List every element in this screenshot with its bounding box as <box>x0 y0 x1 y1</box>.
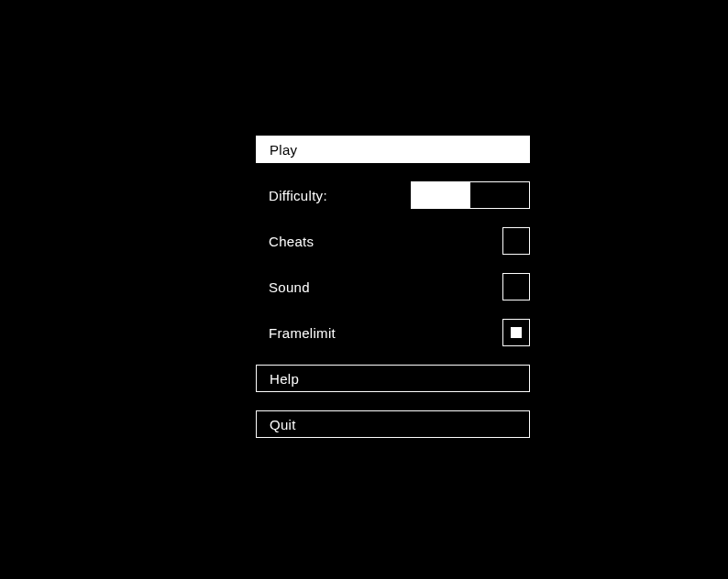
difficulty-row: Difficulty: <box>256 181 530 209</box>
cheats-row: Cheats <box>256 227 530 255</box>
framelimit-check-icon <box>511 327 522 338</box>
play-label: Play <box>270 142 297 158</box>
difficulty-label: Difficulty: <box>269 188 327 203</box>
difficulty-slider[interactable] <box>411 181 530 209</box>
help-label: Help <box>270 371 299 387</box>
sound-row: Sound <box>256 273 530 300</box>
framelimit-checkbox[interactable] <box>502 319 530 346</box>
play-button[interactable]: Play <box>256 136 530 163</box>
help-button[interactable]: Help <box>256 365 530 392</box>
cheats-checkbox[interactable] <box>502 227 530 255</box>
sound-label: Sound <box>269 279 310 295</box>
quit-button[interactable]: Quit <box>256 410 530 438</box>
framelimit-label: Framelimit <box>269 325 336 341</box>
main-menu: Play Difficulty: Cheats Sound Framelimit… <box>256 136 530 456</box>
cheats-label: Cheats <box>269 234 314 249</box>
quit-label: Quit <box>270 417 296 432</box>
difficulty-slider-fill <box>412 182 470 208</box>
framelimit-row: Framelimit <box>256 319 530 346</box>
sound-checkbox[interactable] <box>502 273 530 300</box>
